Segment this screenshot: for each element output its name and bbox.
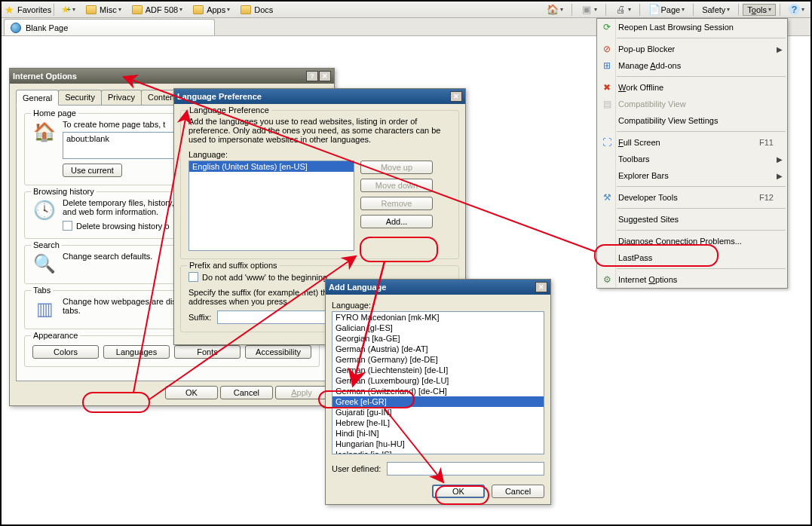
use-current-button[interactable]: Use current <box>63 164 122 177</box>
dialog-title: Internet Options <box>13 72 77 81</box>
help-title-button[interactable]: ? <box>306 71 318 81</box>
add-language-dialog: Add Language ✕ Language: FYRO Macedonian… <box>325 279 551 505</box>
menu-fullscreen[interactable]: ⛶Full ScreenF11 <box>597 134 787 151</box>
browser-tab[interactable]: Blank Page <box>4 19 215 35</box>
menu-suggested-sites[interactable]: Suggested Sites <box>597 211 787 228</box>
favorites-add-icon[interactable]: ★+▾ <box>57 2 80 17</box>
menu-work-offline[interactable]: ✖Work Offline <box>597 79 787 96</box>
list-item[interactable]: German (Liechtenstein) [de-LI] <box>332 365 544 375</box>
help-button[interactable]: ?▾ <box>784 2 809 17</box>
list-item[interactable]: Icelandic [is-IS] <box>332 449 544 454</box>
langpref-group: Language Preference Add the languages yo… <box>180 110 459 259</box>
list-item[interactable]: German (Austria) [de-AT] <box>332 344 544 354</box>
ie-icon <box>11 23 21 33</box>
tab-privacy[interactable]: Privacy <box>101 90 142 105</box>
addlang-ok-button[interactable]: OK <box>432 485 485 498</box>
list-item[interactable]: Hungarian [hu-HU] <box>332 439 544 449</box>
menu-developer-tools[interactable]: ⚒Developer ToolsF12 <box>597 189 787 206</box>
favorites-folder-adf508[interactable]: ADF 508▾ <box>127 4 187 16</box>
menu-internet-options[interactable]: ⚙Internet Options <box>597 271 787 288</box>
menu-lastpass[interactable]: LastPass <box>597 249 787 266</box>
addlang-titlebar[interactable]: Add Language ✕ <box>326 280 550 295</box>
langpref-titlebar[interactable]: Language Preference ✕ <box>174 89 465 104</box>
favorites-star-icon: ★ <box>5 4 14 16</box>
favorites-label[interactable]: Favorites <box>17 5 51 14</box>
search-icon: 🔍 <box>32 252 57 276</box>
menu-reopen-session[interactable]: ⟳Reopen Last Browsing Session <box>597 19 787 35</box>
move-up-button[interactable]: Move up <box>360 161 433 174</box>
menu-toolbars[interactable]: Toolbars▶ <box>597 151 787 167</box>
menu-manage-addons[interactable]: ⊞Manage Add-ons <box>597 57 787 74</box>
feeds-button[interactable]: ▣▾ <box>576 2 602 17</box>
tab-general[interactable]: General <box>16 90 59 106</box>
favorites-bar: ★ Favorites ★+▾ Misc▾ ADF 508▾ Apps▾ Doc… <box>2 2 810 18</box>
dialog-title: Add Language <box>329 283 386 292</box>
list-item[interactable]: Gujarati [gu-IN] <box>332 407 544 417</box>
page-menu-button[interactable]: 📄Page▾ <box>644 2 689 17</box>
remove-button[interactable]: Remove <box>360 197 433 210</box>
add-button[interactable]: Add... <box>360 215 433 228</box>
tools-menu-button[interactable]: Tools▾ <box>743 4 776 16</box>
print-button[interactable]: 🖨▾ <box>610 2 636 17</box>
move-down-button[interactable]: Move down <box>360 179 433 192</box>
command-bar: 🏠▾ ▣▾ 🖨▾ 📄Page▾ Safety▾ Tools▾ ?▾ <box>542 2 809 17</box>
separator <box>54 4 54 16</box>
dialog-title: Language Preference <box>177 92 262 101</box>
tools-dropdown: ⟳Reopen Last Browsing Session ⊘Pop-up Bl… <box>596 18 788 289</box>
io-ok-button[interactable]: OK <box>165 386 218 399</box>
addlang-cancel-button[interactable]: Cancel <box>492 485 544 498</box>
safety-menu-button[interactable]: Safety▾ <box>697 4 734 16</box>
fonts-button[interactable]: Fonts <box>174 345 241 359</box>
menu-popup-blocker[interactable]: ⊘Pop-up Blocker▶ <box>597 41 787 57</box>
menu-compat-settings[interactable]: Compatibility View Settings <box>597 112 787 129</box>
favorites-folder-misc[interactable]: Misc▾ <box>81 4 126 16</box>
list-item[interactable]: Georgian [ka-GE] <box>332 333 544 344</box>
list-item[interactable]: Galician [gl-ES] <box>332 323 544 333</box>
tab-title: Blank Page <box>26 23 68 32</box>
language-listbox[interactable]: English (United States) [en-US] <box>188 161 354 251</box>
list-item[interactable]: Hebrew [he-IL] <box>332 417 544 428</box>
list-item[interactable]: Hindi [hi-IN] <box>332 428 544 439</box>
list-item[interactable]: German (Switzerland) [de-CH] <box>332 386 544 396</box>
add-language-listbox[interactable]: FYRO Macedonian [mk-MK]Galician [gl-ES]G… <box>332 311 544 454</box>
list-item[interactable]: English (United States) [en-US] <box>189 161 354 172</box>
close-title-button[interactable]: ✕ <box>535 282 547 292</box>
list-item[interactable]: FYRO Macedonian [mk-MK] <box>332 312 544 323</box>
accessibility-button[interactable]: Accessibility <box>245 345 311 359</box>
user-defined-input[interactable] <box>387 462 544 476</box>
languages-button[interactable]: Languages <box>103 345 170 359</box>
history-icon: 🕓 <box>32 198 57 222</box>
favorites-folder-apps[interactable]: Apps▾ <box>188 4 234 16</box>
favorites-folder-docs[interactable]: Docs <box>236 4 277 16</box>
colors-button[interactable]: Colors <box>32 345 99 359</box>
list-item[interactable]: German (Germany) [de-DE] <box>332 354 544 365</box>
menu-diagnose[interactable]: Diagnose Connection Problems... <box>597 233 787 249</box>
internet-options-titlebar[interactable]: Internet Options ? ✕ <box>10 69 334 84</box>
close-title-button[interactable]: ✕ <box>450 91 462 102</box>
io-apply-button[interactable]: Apply <box>275 386 328 399</box>
menu-compat-view: ▤Compatibility View <box>597 96 787 112</box>
io-cancel-button[interactable]: Cancel <box>220 386 273 399</box>
tabs-icon: ▥ <box>32 297 57 321</box>
close-title-button[interactable]: ✕ <box>319 71 331 81</box>
home-icon: 🏠 <box>32 120 57 144</box>
menu-explorer-bars[interactable]: Explorer Bars▶ <box>597 167 787 184</box>
list-item[interactable]: Greek [el-GR] <box>332 396 544 407</box>
tab-security[interactable]: Security <box>58 90 102 105</box>
home-button[interactable]: 🏠▾ <box>542 2 568 17</box>
list-item[interactable]: German (Luxembourg) [de-LU] <box>332 375 544 386</box>
